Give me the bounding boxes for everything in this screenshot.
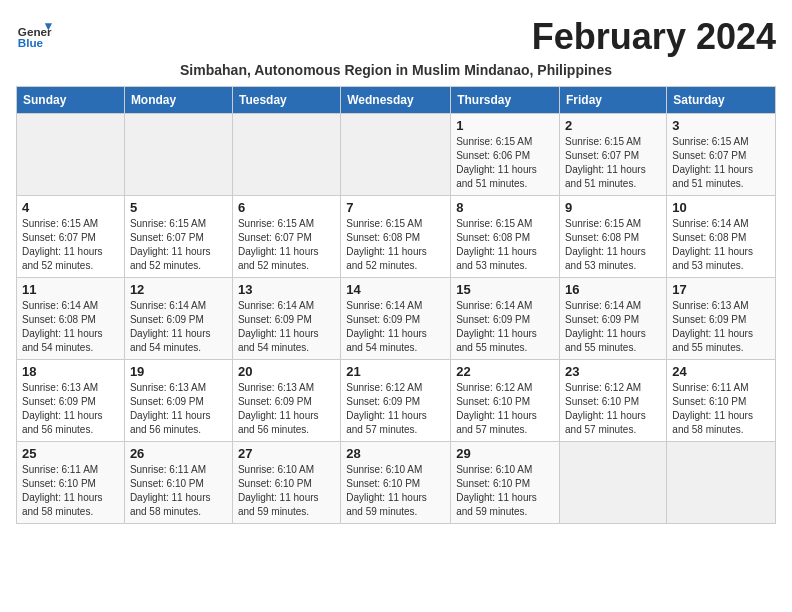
calendar-cell: 3Sunrise: 6:15 AM Sunset: 6:07 PM Daylig… <box>667 114 776 196</box>
day-info: Sunrise: 6:15 AM Sunset: 6:07 PM Dayligh… <box>22 217 119 273</box>
calendar-cell: 1Sunrise: 6:15 AM Sunset: 6:06 PM Daylig… <box>451 114 560 196</box>
day-number: 4 <box>22 200 119 215</box>
calendar-cell: 29Sunrise: 6:10 AM Sunset: 6:10 PM Dayli… <box>451 442 560 524</box>
day-number: 5 <box>130 200 227 215</box>
day-info: Sunrise: 6:14 AM Sunset: 6:08 PM Dayligh… <box>22 299 119 355</box>
day-info: Sunrise: 6:11 AM Sunset: 6:10 PM Dayligh… <box>130 463 227 519</box>
dow-header-friday: Friday <box>560 87 667 114</box>
dow-header-thursday: Thursday <box>451 87 560 114</box>
calendar-cell: 10Sunrise: 6:14 AM Sunset: 6:08 PM Dayli… <box>667 196 776 278</box>
week-row-5: 25Sunrise: 6:11 AM Sunset: 6:10 PM Dayli… <box>17 442 776 524</box>
month-title: February 2024 <box>532 16 776 58</box>
day-info: Sunrise: 6:12 AM Sunset: 6:09 PM Dayligh… <box>346 381 445 437</box>
calendar-cell: 17Sunrise: 6:13 AM Sunset: 6:09 PM Dayli… <box>667 278 776 360</box>
calendar-cell: 2Sunrise: 6:15 AM Sunset: 6:07 PM Daylig… <box>560 114 667 196</box>
day-number: 23 <box>565 364 661 379</box>
day-number: 7 <box>346 200 445 215</box>
day-number: 20 <box>238 364 335 379</box>
calendar-cell <box>560 442 667 524</box>
day-info: Sunrise: 6:14 AM Sunset: 6:09 PM Dayligh… <box>238 299 335 355</box>
day-info: Sunrise: 6:15 AM Sunset: 6:07 PM Dayligh… <box>565 135 661 191</box>
calendar-cell <box>232 114 340 196</box>
calendar-cell: 16Sunrise: 6:14 AM Sunset: 6:09 PM Dayli… <box>560 278 667 360</box>
calendar-cell: 19Sunrise: 6:13 AM Sunset: 6:09 PM Dayli… <box>124 360 232 442</box>
day-info: Sunrise: 6:15 AM Sunset: 6:07 PM Dayligh… <box>130 217 227 273</box>
calendar-cell: 12Sunrise: 6:14 AM Sunset: 6:09 PM Dayli… <box>124 278 232 360</box>
calendar-cell <box>667 442 776 524</box>
calendar-cell: 24Sunrise: 6:11 AM Sunset: 6:10 PM Dayli… <box>667 360 776 442</box>
calendar-cell: 6Sunrise: 6:15 AM Sunset: 6:07 PM Daylig… <box>232 196 340 278</box>
calendar-table: SundayMondayTuesdayWednesdayThursdayFrid… <box>16 86 776 524</box>
day-info: Sunrise: 6:13 AM Sunset: 6:09 PM Dayligh… <box>238 381 335 437</box>
day-number: 26 <box>130 446 227 461</box>
day-info: Sunrise: 6:11 AM Sunset: 6:10 PM Dayligh… <box>672 381 770 437</box>
day-number: 24 <box>672 364 770 379</box>
calendar-cell: 23Sunrise: 6:12 AM Sunset: 6:10 PM Dayli… <box>560 360 667 442</box>
day-info: Sunrise: 6:13 AM Sunset: 6:09 PM Dayligh… <box>672 299 770 355</box>
calendar-cell: 22Sunrise: 6:12 AM Sunset: 6:10 PM Dayli… <box>451 360 560 442</box>
day-info: Sunrise: 6:10 AM Sunset: 6:10 PM Dayligh… <box>238 463 335 519</box>
logo-icon: General Blue <box>16 16 52 52</box>
day-number: 12 <box>130 282 227 297</box>
day-number: 21 <box>346 364 445 379</box>
day-number: 15 <box>456 282 554 297</box>
calendar-cell: 7Sunrise: 6:15 AM Sunset: 6:08 PM Daylig… <box>341 196 451 278</box>
svg-text:Blue: Blue <box>18 36 44 49</box>
day-info: Sunrise: 6:13 AM Sunset: 6:09 PM Dayligh… <box>130 381 227 437</box>
day-number: 2 <box>565 118 661 133</box>
week-row-4: 18Sunrise: 6:13 AM Sunset: 6:09 PM Dayli… <box>17 360 776 442</box>
day-info: Sunrise: 6:10 AM Sunset: 6:10 PM Dayligh… <box>456 463 554 519</box>
day-number: 10 <box>672 200 770 215</box>
day-number: 18 <box>22 364 119 379</box>
day-info: Sunrise: 6:14 AM Sunset: 6:09 PM Dayligh… <box>456 299 554 355</box>
day-info: Sunrise: 6:15 AM Sunset: 6:06 PM Dayligh… <box>456 135 554 191</box>
day-number: 27 <box>238 446 335 461</box>
day-info: Sunrise: 6:15 AM Sunset: 6:08 PM Dayligh… <box>565 217 661 273</box>
day-number: 17 <box>672 282 770 297</box>
day-info: Sunrise: 6:15 AM Sunset: 6:07 PM Dayligh… <box>238 217 335 273</box>
calendar-cell: 13Sunrise: 6:14 AM Sunset: 6:09 PM Dayli… <box>232 278 340 360</box>
dow-header-saturday: Saturday <box>667 87 776 114</box>
week-row-1: 1Sunrise: 6:15 AM Sunset: 6:06 PM Daylig… <box>17 114 776 196</box>
calendar-cell: 20Sunrise: 6:13 AM Sunset: 6:09 PM Dayli… <box>232 360 340 442</box>
calendar-cell: 26Sunrise: 6:11 AM Sunset: 6:10 PM Dayli… <box>124 442 232 524</box>
calendar-cell: 4Sunrise: 6:15 AM Sunset: 6:07 PM Daylig… <box>17 196 125 278</box>
day-info: Sunrise: 6:14 AM Sunset: 6:09 PM Dayligh… <box>565 299 661 355</box>
calendar-cell: 28Sunrise: 6:10 AM Sunset: 6:10 PM Dayli… <box>341 442 451 524</box>
week-row-3: 11Sunrise: 6:14 AM Sunset: 6:08 PM Dayli… <box>17 278 776 360</box>
day-info: Sunrise: 6:11 AM Sunset: 6:10 PM Dayligh… <box>22 463 119 519</box>
calendar-cell: 25Sunrise: 6:11 AM Sunset: 6:10 PM Dayli… <box>17 442 125 524</box>
day-number: 13 <box>238 282 335 297</box>
calendar-body: 1Sunrise: 6:15 AM Sunset: 6:06 PM Daylig… <box>17 114 776 524</box>
day-info: Sunrise: 6:13 AM Sunset: 6:09 PM Dayligh… <box>22 381 119 437</box>
day-info: Sunrise: 6:14 AM Sunset: 6:09 PM Dayligh… <box>130 299 227 355</box>
day-info: Sunrise: 6:15 AM Sunset: 6:07 PM Dayligh… <box>672 135 770 191</box>
day-number: 16 <box>565 282 661 297</box>
day-number: 29 <box>456 446 554 461</box>
calendar-cell: 18Sunrise: 6:13 AM Sunset: 6:09 PM Dayli… <box>17 360 125 442</box>
calendar-cell: 14Sunrise: 6:14 AM Sunset: 6:09 PM Dayli… <box>341 278 451 360</box>
dow-header-tuesday: Tuesday <box>232 87 340 114</box>
day-number: 3 <box>672 118 770 133</box>
day-number: 22 <box>456 364 554 379</box>
day-number: 8 <box>456 200 554 215</box>
day-number: 6 <box>238 200 335 215</box>
calendar-cell <box>17 114 125 196</box>
day-number: 28 <box>346 446 445 461</box>
calendar-cell: 27Sunrise: 6:10 AM Sunset: 6:10 PM Dayli… <box>232 442 340 524</box>
day-number: 14 <box>346 282 445 297</box>
dow-header-sunday: Sunday <box>17 87 125 114</box>
day-number: 25 <box>22 446 119 461</box>
days-of-week-row: SundayMondayTuesdayWednesdayThursdayFrid… <box>17 87 776 114</box>
calendar-cell <box>341 114 451 196</box>
dow-header-wednesday: Wednesday <box>341 87 451 114</box>
day-number: 9 <box>565 200 661 215</box>
calendar-cell: 9Sunrise: 6:15 AM Sunset: 6:08 PM Daylig… <box>560 196 667 278</box>
day-info: Sunrise: 6:14 AM Sunset: 6:09 PM Dayligh… <box>346 299 445 355</box>
day-info: Sunrise: 6:15 AM Sunset: 6:08 PM Dayligh… <box>456 217 554 273</box>
calendar-cell: 8Sunrise: 6:15 AM Sunset: 6:08 PM Daylig… <box>451 196 560 278</box>
day-number: 19 <box>130 364 227 379</box>
subtitle: Simbahan, Autonomous Region in Muslim Mi… <box>16 62 776 78</box>
week-row-2: 4Sunrise: 6:15 AM Sunset: 6:07 PM Daylig… <box>17 196 776 278</box>
day-info: Sunrise: 6:12 AM Sunset: 6:10 PM Dayligh… <box>565 381 661 437</box>
